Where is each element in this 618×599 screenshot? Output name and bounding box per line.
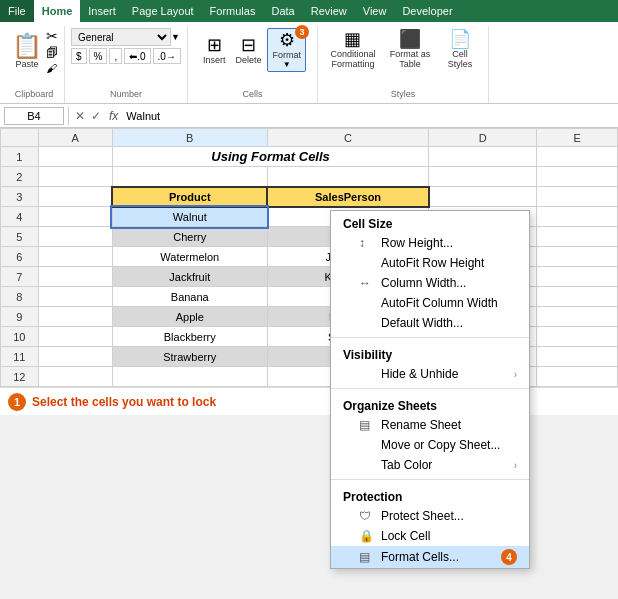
cell-d1[interactable]: [429, 147, 537, 167]
column-width-item[interactable]: ↔Column Width...: [331, 273, 529, 293]
row-header-10[interactable]: 10: [1, 327, 39, 347]
cell-a5[interactable]: [38, 227, 112, 247]
format-as-table-button[interactable]: ⬛ Format as Table: [384, 28, 436, 71]
col-header-b[interactable]: B: [112, 129, 267, 147]
cell-a4[interactable]: [38, 207, 112, 227]
decrease-decimal-button[interactable]: ⬅.0: [124, 48, 150, 64]
insert-button[interactable]: ⊞ Insert: [199, 34, 230, 67]
row-header-1[interactable]: 1: [1, 147, 39, 167]
menu-home[interactable]: Home: [34, 0, 81, 22]
autofit-column-width-item[interactable]: AutoFit Column Width: [331, 293, 529, 313]
cell-e8[interactable]: [537, 287, 618, 307]
paste-button[interactable]: 📋 Paste: [10, 32, 44, 71]
col-header-e[interactable]: E: [537, 129, 618, 147]
cell-salesperson-header[interactable]: SalesPerson: [267, 187, 429, 207]
cancel-formula-icon[interactable]: ✕: [73, 109, 87, 123]
cell-e7[interactable]: [537, 267, 618, 287]
format-button[interactable]: ⚙ 3 Format ▼: [267, 28, 306, 72]
menu-review[interactable]: Review: [303, 0, 355, 22]
cell-a7[interactable]: [38, 267, 112, 287]
menu-insert[interactable]: Insert: [80, 0, 124, 22]
cell-e5[interactable]: [537, 227, 618, 247]
cell-e2[interactable]: [537, 167, 618, 187]
cell-b4[interactable]: Walnut: [112, 207, 267, 227]
autofit-row-height-item[interactable]: AutoFit Row Height: [331, 253, 529, 273]
cell-a1[interactable]: [38, 147, 112, 167]
cell-b9[interactable]: Apple: [112, 307, 267, 327]
formula-input[interactable]: [126, 110, 614, 122]
menu-file[interactable]: File: [0, 0, 34, 22]
cell-a2[interactable]: [38, 167, 112, 187]
cell-e12[interactable]: [537, 367, 618, 387]
cell-e6[interactable]: [537, 247, 618, 267]
protect-sheet-item[interactable]: 🛡Protect Sheet...: [331, 506, 529, 526]
cell-b5[interactable]: Cherry: [112, 227, 267, 247]
number-format-select[interactable]: General: [71, 28, 171, 46]
delete-button[interactable]: ⊟ Delete: [231, 34, 265, 67]
row-header-9[interactable]: 9: [1, 307, 39, 327]
menu-data[interactable]: Data: [263, 0, 302, 22]
cell-a3[interactable]: [38, 187, 112, 207]
cell-a11[interactable]: [38, 347, 112, 367]
name-box[interactable]: [4, 107, 64, 125]
row-header-2[interactable]: 2: [1, 167, 39, 187]
cell-styles-button[interactable]: 📄 Cell Styles: [438, 28, 482, 71]
row-header-8[interactable]: 8: [1, 287, 39, 307]
cell-a6[interactable]: [38, 247, 112, 267]
col-header-a[interactable]: A: [38, 129, 112, 147]
col-header-c[interactable]: C: [267, 129, 429, 147]
cell-e4[interactable]: [537, 207, 618, 227]
lock-cell-item[interactable]: 🔒Lock Cell: [331, 526, 529, 546]
copy-button[interactable]: 🗐: [46, 46, 58, 60]
cell-b10[interactable]: Blackberry: [112, 327, 267, 347]
cell-b7[interactable]: Jackfruit: [112, 267, 267, 287]
cell-e10[interactable]: [537, 327, 618, 347]
row-header-11[interactable]: 11: [1, 347, 39, 367]
move-copy-item[interactable]: Move or Copy Sheet...: [331, 435, 529, 455]
row-header-7[interactable]: 7: [1, 267, 39, 287]
cell-e3[interactable]: [537, 187, 618, 207]
cell-product-header[interactable]: Product: [112, 187, 267, 207]
row-header-4[interactable]: 4: [1, 207, 39, 227]
cell-b1[interactable]: Using Format Cells: [112, 147, 429, 167]
cell-b11[interactable]: Strawberry: [112, 347, 267, 367]
cell-b2[interactable]: [112, 167, 267, 187]
confirm-formula-icon[interactable]: ✓: [89, 109, 103, 123]
cell-a9[interactable]: [38, 307, 112, 327]
cell-e11[interactable]: [537, 347, 618, 367]
increase-decimal-button[interactable]: .0→: [153, 48, 181, 64]
percent-button[interactable]: %: [89, 48, 108, 64]
menu-view[interactable]: View: [355, 0, 395, 22]
row-header-5[interactable]: 5: [1, 227, 39, 247]
row-height-item[interactable]: ↕Row Height...: [331, 233, 529, 253]
comma-button[interactable]: ,: [109, 48, 122, 64]
menu-formulas[interactable]: Formulas: [202, 0, 264, 22]
row-header-3[interactable]: 3: [1, 187, 39, 207]
cut-button[interactable]: ✂: [46, 28, 58, 44]
row-header-6[interactable]: 6: [1, 247, 39, 267]
menu-page-layout[interactable]: Page Layout: [124, 0, 202, 22]
format-painter-button[interactable]: 🖌: [46, 62, 58, 74]
cell-b12[interactable]: [112, 367, 267, 387]
cell-e9[interactable]: [537, 307, 618, 327]
number-expand-icon[interactable]: ▼: [171, 32, 180, 42]
currency-button[interactable]: $: [71, 48, 87, 64]
cell-a12[interactable]: [38, 367, 112, 387]
hide-unhide-item[interactable]: Hide & Unhide ›: [331, 364, 529, 384]
cell-b8[interactable]: Banana: [112, 287, 267, 307]
format-cells-item[interactable]: ▤Format Cells... 4: [331, 546, 529, 568]
cell-b6[interactable]: Watermelon: [112, 247, 267, 267]
tab-color-item[interactable]: Tab Color ›: [331, 455, 529, 475]
cell-c2[interactable]: [267, 167, 429, 187]
cell-d2[interactable]: [429, 167, 537, 187]
col-header-d[interactable]: D: [429, 129, 537, 147]
cell-e1[interactable]: [537, 147, 618, 167]
default-width-item[interactable]: Default Width...: [331, 313, 529, 333]
row-header-12[interactable]: 12: [1, 367, 39, 387]
menu-developer[interactable]: Developer: [394, 0, 460, 22]
rename-sheet-item[interactable]: ▤Rename Sheet: [331, 415, 529, 435]
cell-d3[interactable]: [429, 187, 537, 207]
conditional-formatting-button[interactable]: ▦ Conditional Formatting: [324, 28, 382, 71]
cell-a8[interactable]: [38, 287, 112, 307]
cell-a10[interactable]: [38, 327, 112, 347]
